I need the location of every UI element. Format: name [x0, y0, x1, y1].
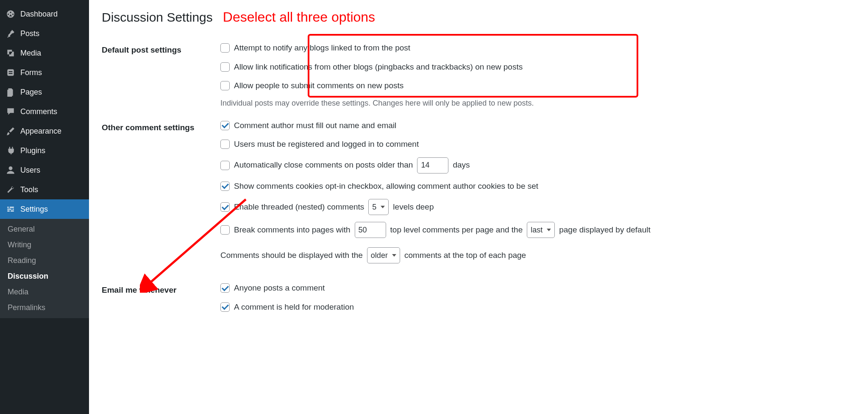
- checkbox-label: Break comments into pages with: [234, 224, 351, 236]
- sidebar-item-dashboard[interactable]: Dashboard: [0, 4, 89, 24]
- settings-form: Default post settings Attempt to notify …: [102, 38, 855, 327]
- checkbox-pingback-notify[interactable]: [220, 43, 230, 53]
- sidebar-item-label: Plugins: [20, 146, 45, 155]
- select-value: 5: [372, 201, 376, 213]
- wrench-icon: [6, 185, 15, 194]
- forms-icon: [6, 68, 15, 77]
- sidebar-item-label: Pages: [20, 88, 42, 97]
- sidebar-item-comments[interactable]: Comments: [0, 102, 89, 121]
- sidebar-item-label: Settings: [20, 205, 48, 214]
- sliders-icon: [6, 204, 15, 214]
- brush-icon: [6, 126, 15, 136]
- checkbox-allow-comments[interactable]: [220, 81, 230, 90]
- sidebar-item-label: Forms: [20, 68, 42, 77]
- field-prefix: Comments should be displayed with the: [220, 249, 363, 262]
- checkbox-label: Users must be registered and logged in t…: [234, 138, 419, 151]
- submenu-item-permalinks[interactable]: Permalinks: [0, 300, 89, 316]
- checkbox-require-registration[interactable]: [220, 140, 230, 149]
- checkbox-paginate-comments[interactable]: [220, 225, 230, 235]
- checkbox-label: Allow link notifications from other blog…: [234, 61, 523, 73]
- comments-icon: [6, 107, 15, 116]
- svg-rect-2: [9, 73, 13, 74]
- section-description: Individual posts may override these sett…: [220, 99, 852, 108]
- plug-icon: [6, 146, 15, 155]
- svg-rect-0: [7, 69, 14, 76]
- section-heading-email: Email me whenever: [102, 278, 220, 327]
- sidebar-item-plugins[interactable]: Plugins: [0, 141, 89, 160]
- sidebar-item-settings[interactable]: Settings: [0, 199, 89, 219]
- sidebar-item-label: Users: [20, 166, 40, 175]
- sidebar-item-label: Media: [20, 49, 41, 58]
- checkbox-label: Anyone posts a comment: [234, 282, 325, 294]
- chevron-down-icon: [547, 229, 551, 231]
- submenu-item-general[interactable]: General: [0, 221, 89, 237]
- section-heading-other-comment: Other comment settings: [102, 115, 220, 278]
- checkbox-email-on-moderation[interactable]: [220, 302, 230, 312]
- sidebar-item-tools[interactable]: Tools: [0, 180, 89, 199]
- submenu-item-discussion[interactable]: Discussion: [0, 269, 89, 284]
- submenu-item-writing[interactable]: Writing: [0, 237, 89, 253]
- checkbox-label: Automatically close comments on posts ol…: [234, 159, 413, 171]
- select-value: older: [371, 250, 388, 261]
- input-comments-per-page[interactable]: 50: [355, 222, 386, 238]
- sidebar-item-label: Comments: [20, 107, 57, 116]
- annotation-text: Deselect all three options: [223, 9, 375, 25]
- chevron-down-icon: [381, 206, 385, 208]
- checkbox-label: Enable threaded (nested) comments: [234, 201, 364, 213]
- checkbox-cookies-optin[interactable]: [220, 182, 230, 191]
- checkbox-require-name-email[interactable]: [220, 121, 230, 130]
- checkbox-threaded[interactable]: [220, 202, 230, 212]
- field-suffix: page displayed by default: [559, 224, 651, 236]
- checkbox-allow-pingbacks[interactable]: [220, 62, 230, 72]
- checkbox-auto-close[interactable]: [220, 161, 230, 170]
- submenu-item-media[interactable]: Media: [0, 284, 89, 300]
- sidebar-item-media[interactable]: Media: [0, 43, 89, 63]
- svg-point-3: [9, 166, 13, 170]
- field-suffix: days: [453, 159, 470, 171]
- sidebar-item-appearance[interactable]: Appearance: [0, 121, 89, 141]
- pages-icon: [6, 87, 15, 97]
- sidebar-item-label: Posts: [20, 29, 39, 38]
- page-title: Discussion Settings: [102, 10, 213, 25]
- section-heading-default-post: Default post settings: [102, 38, 220, 115]
- sidebar-item-label: Tools: [20, 185, 38, 194]
- sidebar-item-posts[interactable]: Posts: [0, 24, 89, 43]
- checkbox-label: Comment author must fill out name and em…: [234, 120, 396, 132]
- content: Discussion Settings Deselect all three o…: [89, 0, 868, 414]
- settings-submenu: General Writing Reading Discussion Media…: [0, 219, 89, 318]
- checkbox-email-on-comment[interactable]: [220, 283, 230, 293]
- sidebar-item-label: Dashboard: [20, 10, 58, 19]
- media-icon: [6, 48, 15, 58]
- field-suffix: comments at the top of each page: [404, 249, 526, 262]
- gauge-icon: [6, 9, 15, 19]
- user-icon: [6, 165, 15, 175]
- sidebar-item-users[interactable]: Users: [0, 160, 89, 180]
- input-close-days[interactable]: 14: [417, 157, 448, 173]
- field-mid: top level comments per page and the: [390, 224, 523, 236]
- submenu-item-reading[interactable]: Reading: [0, 253, 89, 269]
- chevron-down-icon: [392, 254, 396, 257]
- svg-rect-1: [9, 71, 13, 72]
- admin-sidebar: Dashboard Posts Media Forms Pages: [0, 0, 89, 414]
- select-thread-depth[interactable]: 5: [368, 199, 389, 215]
- checkbox-label: Allow people to submit comments on new p…: [234, 80, 403, 92]
- checkbox-label: Show comments cookies opt-in checkbox, a…: [234, 180, 538, 193]
- checkbox-label: A comment is held for moderation: [234, 301, 354, 313]
- field-suffix: levels deep: [393, 201, 434, 213]
- pin-icon: [6, 29, 15, 38]
- select-comment-order[interactable]: older: [367, 247, 400, 263]
- select-default-page[interactable]: last: [527, 222, 555, 238]
- checkbox-label: Attempt to notify any blogs linked to fr…: [234, 42, 410, 54]
- sidebar-item-forms[interactable]: Forms: [0, 63, 89, 82]
- select-value: last: [531, 224, 542, 236]
- sidebar-item-label: Appearance: [20, 127, 61, 136]
- sidebar-item-pages[interactable]: Pages: [0, 82, 89, 102]
